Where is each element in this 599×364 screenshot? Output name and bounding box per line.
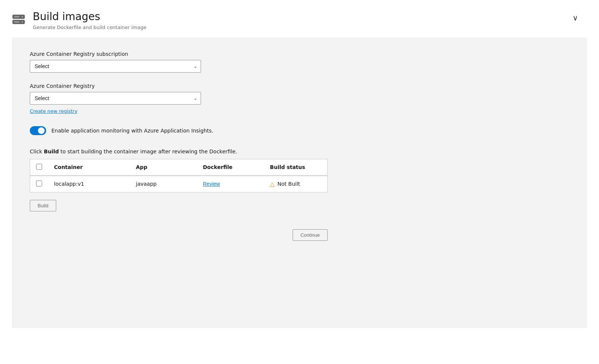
- build-instruction-suffix: to start building the container image af…: [59, 149, 237, 154]
- row-dockerfile: Review: [197, 176, 264, 192]
- build-instruction-bold: Build: [44, 149, 59, 154]
- review-link[interactable]: Review: [203, 181, 220, 187]
- registry-select[interactable]: Select: [30, 92, 201, 105]
- subscription-select-wrapper: Select ⌄: [30, 60, 201, 73]
- server-icon: [12, 13, 25, 26]
- actions-row: Build: [30, 200, 328, 211]
- build-instruction: Click Build to start building the contai…: [30, 149, 328, 154]
- subscription-label: Azure Container Registry subscription: [30, 51, 328, 57]
- warning-icon: △: [270, 181, 274, 188]
- build-section: Click Build to start building the contai…: [30, 149, 328, 211]
- server-icon-wrap: [12, 13, 25, 28]
- col-header-app: App: [130, 159, 197, 176]
- col-header-dockerfile: Dockerfile: [197, 159, 264, 176]
- row-container: localapp:v1: [48, 176, 130, 192]
- continue-button[interactable]: Continue: [293, 229, 328, 241]
- row-buildstatus: △ Not Built: [264, 176, 328, 192]
- svg-rect-5: [14, 21, 19, 23]
- row-checkbox-cell: [30, 176, 48, 192]
- build-instruction-prefix: Click: [30, 149, 44, 154]
- page-subtitle: Generate Dockerfile and build container …: [33, 25, 146, 30]
- subscription-field-group: Azure Container Registry subscription Se…: [30, 51, 328, 73]
- form-section: Azure Container Registry subscription Se…: [30, 51, 328, 241]
- page-title: Build images: [33, 10, 146, 23]
- build-button[interactable]: Build: [30, 200, 56, 211]
- collapse-button[interactable]: ∨: [570, 12, 581, 24]
- monitoring-toggle[interactable]: [30, 126, 46, 135]
- registry-select-wrapper: Select ⌄: [30, 92, 201, 105]
- svg-point-3: [22, 21, 23, 23]
- svg-point-2: [22, 16, 23, 17]
- registry-label: Azure Container Registry: [30, 83, 328, 89]
- footer-row: Continue: [30, 229, 328, 241]
- table-header-row: Container App Dockerfile Build status: [30, 159, 328, 176]
- subscription-select[interactable]: Select: [30, 60, 201, 73]
- monitoring-toggle-label: Enable application monitoring with Azure…: [51, 128, 213, 134]
- registry-field-group: Azure Container Registry Select ⌄ Create…: [30, 83, 328, 114]
- status-text: Not Built: [277, 181, 300, 187]
- status-cell: △ Not Built: [270, 181, 321, 188]
- page-header: Build images Generate Dockerfile and bui…: [0, 0, 599, 38]
- toggle-slider: [30, 126, 46, 135]
- row-app: javaapp: [130, 176, 197, 192]
- row-checkbox[interactable]: [36, 181, 42, 186]
- toggle-section: Enable application monitoring with Azure…: [30, 126, 328, 135]
- col-header-checkbox: [30, 159, 48, 176]
- header-left: Build images Generate Dockerfile and bui…: [12, 10, 146, 30]
- col-header-container: Container: [48, 159, 130, 176]
- col-header-buildstatus: Build status: [264, 159, 328, 176]
- header-text: Build images Generate Dockerfile and bui…: [33, 10, 146, 30]
- create-registry-link[interactable]: Create new registry: [30, 108, 77, 114]
- build-table: Container App Dockerfile Build status lo…: [30, 159, 328, 192]
- main-content: Azure Container Registry subscription Se…: [12, 38, 587, 328]
- select-all-checkbox[interactable]: [36, 164, 42, 170]
- table-row: localapp:v1 javaapp Review △ Not Built: [30, 176, 328, 192]
- svg-rect-4: [14, 16, 19, 17]
